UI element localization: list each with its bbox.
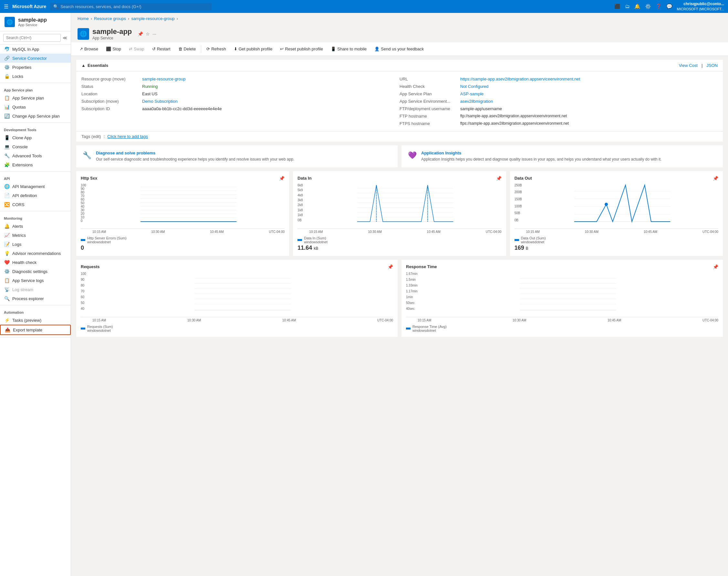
- user-info[interactable]: chrisqpublic@conto... MICROSOFT (MICROSO…: [677, 2, 724, 11]
- subscription-link[interactable]: Demo Subscription: [142, 99, 178, 104]
- refresh-button[interactable]: ⟳ Refresh: [203, 45, 229, 53]
- more-icon[interactable]: ···: [152, 31, 156, 36]
- breadcrumb-sep-1: ›: [91, 16, 92, 21]
- json-link[interactable]: JSON: [706, 63, 718, 68]
- chart-data-in-pin[interactable]: 📌: [496, 176, 502, 181]
- essentials-status: Status Running: [81, 83, 400, 90]
- sidebar-item-service-connector[interactable]: 🔗Service Connector: [0, 54, 71, 63]
- sidebar-label-alerts: Alerts: [12, 224, 23, 229]
- cloud-shell-icon[interactable]: ⬛: [614, 4, 620, 9]
- sidebar-item-locks[interactable]: 🔒Locks: [0, 72, 71, 81]
- sidebar-label-tasks-preview: Tasks (preview): [12, 318, 41, 323]
- chart-response-time-title: Response Time: [406, 264, 437, 269]
- essentials-section: ▲ Essentials View Cost | JSON Resource g…: [76, 60, 723, 142]
- diagnose-title[interactable]: Diagnose and solve problems: [96, 150, 294, 155]
- log-stream-icon: 📡: [4, 287, 10, 292]
- chart-data-out-pin[interactable]: 📌: [713, 176, 718, 181]
- chart-response-time-area: 1.67min1.5min1.33min1.17min1min50sec40se…: [406, 272, 718, 317]
- sidebar-item-process-explorer[interactable]: 🔍Process explorer: [0, 294, 71, 303]
- sidebar-item-clone-app[interactable]: 📱Clone App: [0, 133, 71, 142]
- tags-row: Tags (edit) : Click here to add tags: [76, 131, 723, 142]
- export-template-icon: 📤: [4, 327, 10, 333]
- add-tags-link[interactable]: Click here to add tags: [107, 134, 148, 139]
- sidebar-item-export-template[interactable]: 📤Export template: [0, 325, 71, 335]
- resource-group-link[interactable]: sample-resource-group: [142, 77, 185, 81]
- chart-requests: Requests 📌 100908070605040: [76, 260, 398, 337]
- sidebar-item-quotas[interactable]: 📊Quotas: [0, 103, 71, 111]
- view-cost-link[interactable]: View Cost: [679, 63, 698, 68]
- essentials-subscription-id: Subscription ID aaaa0a0a-bb1b-cc2c-dd3d-…: [81, 105, 400, 112]
- sidebar-item-mysql-in-app[interactable]: 🐬MySQL In App: [0, 45, 71, 54]
- swap-button[interactable]: ⇄ Swap: [126, 45, 148, 53]
- asp-link[interactable]: ASP-sample: [460, 91, 484, 96]
- app-subtitle: App Service: [18, 23, 47, 27]
- share-mobile-button[interactable]: 📱 Share to mobile: [327, 45, 370, 53]
- global-search[interactable]: 🔍: [50, 3, 211, 10]
- reset-publish-profile-button[interactable]: ↩ Reset publish profile: [277, 45, 326, 53]
- properties-icon: ⚙️: [4, 65, 10, 70]
- api-management-icon: 🌐: [4, 184, 10, 189]
- help-icon[interactable]: ❓: [656, 4, 662, 9]
- restart-button[interactable]: ↺ Restart: [149, 45, 174, 53]
- sidebar-item-logs[interactable]: 📝Logs: [0, 240, 71, 249]
- health-check-link[interactable]: Not Configured: [460, 84, 488, 89]
- breadcrumb-home[interactable]: Home: [78, 16, 89, 21]
- reset-icon: ↩: [280, 47, 284, 51]
- diagnose-card: 🔧 Diagnose and solve problems Our self-s…: [76, 145, 398, 167]
- breadcrumb-resource-groups[interactable]: Resource groups: [94, 16, 126, 21]
- page-header: 🌐 sample-app App Service 📌 ☆ ···: [71, 24, 728, 42]
- feedback-button[interactable]: 👤 Send us your feedback: [371, 45, 427, 53]
- stop-button[interactable]: ⬛ Stop: [103, 45, 124, 53]
- app-service-plan-icon: 📋: [4, 95, 10, 100]
- hamburger-menu[interactable]: ☰: [4, 4, 8, 10]
- browse-button[interactable]: ↗ Browse: [76, 45, 101, 53]
- sidebar-collapse-icon[interactable]: ≪: [63, 35, 67, 40]
- directory-icon[interactable]: 🗂: [625, 4, 630, 9]
- sidebar-item-change-app-service-plan[interactable]: 🔄Change App Service plan: [0, 111, 71, 120]
- data-in-svg: [309, 183, 501, 222]
- collapse-icon[interactable]: ▲: [81, 63, 86, 68]
- logs-icon: 📝: [4, 242, 10, 247]
- sidebar-item-advisor-recommendations[interactable]: 💡Advisor recommendations: [0, 249, 71, 258]
- sidebar-divider: [0, 171, 71, 172]
- breadcrumb-sample-resource-group[interactable]: sample-resource-group: [131, 16, 174, 21]
- chart-requests-pin[interactable]: 📌: [387, 264, 393, 269]
- chart-response-time-pin[interactable]: 📌: [713, 264, 718, 269]
- search-input[interactable]: [60, 4, 208, 9]
- sidebar-item-api-definition[interactable]: 📄API definition: [0, 191, 71, 200]
- star-icon[interactable]: ☆: [146, 31, 150, 36]
- sidebar-item-health-check[interactable]: ❤️Health check: [0, 258, 71, 267]
- ase-link[interactable]: asev2ilbmigration: [460, 99, 493, 104]
- settings-icon[interactable]: ⚙️: [645, 4, 651, 9]
- main-content: Home › Resource groups › sample-resource…: [71, 13, 728, 576]
- pin-icon[interactable]: 📌: [138, 31, 143, 36]
- sidebar-item-tasks-preview[interactable]: ⚡Tasks (preview): [0, 316, 71, 325]
- get-publish-profile-button[interactable]: ⬇ Get publish profile: [231, 45, 276, 53]
- sidebar-item-api-management[interactable]: 🌐API Management: [0, 182, 71, 191]
- chart-data-in-value: 11.64 kB: [297, 244, 501, 251]
- delete-button[interactable]: 🗑 Delete: [175, 45, 199, 53]
- sidebar-item-cors[interactable]: 🔀CORS: [0, 200, 71, 209]
- sidebar-item-app-service-plan[interactable]: 📋App Service plan: [0, 93, 71, 103]
- sidebar-item-console[interactable]: 💻Console: [0, 142, 71, 151]
- sidebar-item-log-stream[interactable]: 📡Log stream: [0, 285, 71, 294]
- chart-data-out-area: 250B200B150B100B50B0B: [515, 183, 718, 229]
- feedback-icon[interactable]: 💬: [666, 4, 672, 9]
- sidebar-item-extensions[interactable]: 🧩Extensions: [0, 160, 71, 169]
- sidebar-item-properties[interactable]: ⚙️Properties: [0, 63, 71, 72]
- status-value: Running: [142, 84, 157, 89]
- sidebar-nav: 🐬MySQL In App🔗Service Connector⚙️Propert…: [0, 45, 71, 337]
- insights-title[interactable]: Application Insights: [421, 150, 662, 155]
- sidebar-search-input[interactable]: [3, 34, 61, 42]
- url-link[interactable]: https://sample-app.asev2ilbmigration.app…: [460, 77, 580, 81]
- sidebar-item-metrics[interactable]: 📈Metrics: [0, 231, 71, 240]
- sidebar-label-quotas: Quotas: [12, 105, 26, 110]
- sidebar-item-app-service-logs[interactable]: 📋App Service logs: [0, 276, 71, 285]
- sidebar-item-alerts[interactable]: 🔔Alerts: [0, 222, 71, 231]
- notifications-icon[interactable]: 🔔: [634, 4, 640, 9]
- chart-http5xx-pin[interactable]: 📌: [279, 176, 285, 181]
- sidebar-item-advanced-tools[interactable]: 🔧Advanced Tools: [0, 151, 71, 160]
- essentials-subscription: Subscription (move) Demo Subscription: [81, 97, 400, 105]
- sidebar-item-diagnostic-settings[interactable]: ⚙️Diagnostic settings: [0, 267, 71, 276]
- tasks-preview-icon: ⚡: [4, 318, 10, 323]
